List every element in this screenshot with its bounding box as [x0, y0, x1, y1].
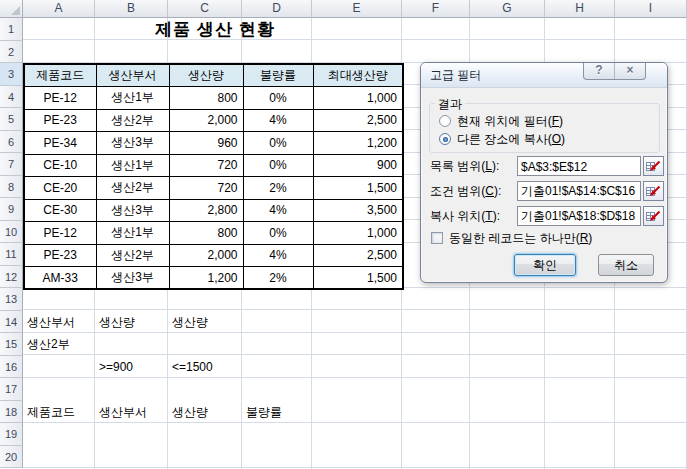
- cancel-button[interactable]: 취소: [598, 254, 654, 276]
- cell-D10[interactable]: 0%: [243, 222, 313, 245]
- row-header-11[interactable]: 11: [0, 243, 23, 266]
- row-header-12[interactable]: 12: [0, 266, 23, 289]
- row-header-10[interactable]: 10: [0, 221, 23, 244]
- row-header-14[interactable]: 14: [0, 311, 23, 334]
- row-header-9[interactable]: 9: [0, 198, 23, 221]
- cell-A8[interactable]: CE-20: [24, 177, 96, 200]
- cell-C3[interactable]: 생산량: [169, 64, 243, 87]
- cell-A12[interactable]: AM-33: [24, 267, 96, 290]
- cell-D11[interactable]: 4%: [243, 244, 313, 267]
- row-header-19[interactable]: 19: [0, 423, 23, 446]
- ok-button[interactable]: 확인: [514, 254, 576, 276]
- cell-B5[interactable]: 생산2부: [96, 109, 169, 132]
- cell-C14[interactable]: 생산량: [172, 311, 208, 334]
- cell-A14[interactable]: 생산부서: [27, 311, 75, 334]
- cell-E9[interactable]: 3,500: [313, 199, 403, 222]
- cell-A11[interactable]: PE-23: [24, 244, 96, 267]
- cell-C11[interactable]: 2,000: [169, 244, 243, 267]
- cell-B18[interactable]: 생산부서: [99, 401, 147, 424]
- cell-C10[interactable]: 800: [169, 222, 243, 245]
- row-header-17[interactable]: 17: [0, 378, 23, 401]
- row-header-18[interactable]: 18: [0, 401, 23, 424]
- row-header-15[interactable]: 15: [0, 333, 23, 356]
- row-header-13[interactable]: 13: [0, 288, 23, 311]
- row-header-7[interactable]: 7: [0, 153, 23, 176]
- cell-C16[interactable]: <=1500: [172, 356, 213, 379]
- sheet-title-cell[interactable]: 제품 생산 현황: [105, 17, 325, 42]
- radio-filter-in-place[interactable]: 현재 위치에 필터(F): [439, 114, 563, 128]
- cell-E4[interactable]: 1,000: [313, 87, 403, 110]
- cell-E8[interactable]: 1,500: [313, 177, 403, 200]
- radio-copy-to-other-location[interactable]: 다른 장소에 복사(O): [439, 132, 565, 146]
- cell-B16[interactable]: >=900: [99, 356, 133, 379]
- column-header-D[interactable]: D: [242, 0, 312, 18]
- criteria-range-input[interactable]: [517, 181, 641, 201]
- close-button[interactable]: ×: [614, 63, 645, 79]
- row-header-4[interactable]: 4: [0, 86, 23, 109]
- cell-C5[interactable]: 2,000: [169, 109, 243, 132]
- cell-C9[interactable]: 2,800: [169, 199, 243, 222]
- cell-D7[interactable]: 0%: [243, 154, 313, 177]
- cell-C6[interactable]: 960: [169, 132, 243, 155]
- row-header-1[interactable]: 1: [0, 18, 23, 41]
- cell-E5[interactable]: 2,500: [313, 109, 403, 132]
- cell-A10[interactable]: PE-12: [24, 222, 96, 245]
- cell-E11[interactable]: 2,500: [313, 244, 403, 267]
- cell-D3[interactable]: 불량률: [243, 64, 313, 87]
- cell-C7[interactable]: 720: [169, 154, 243, 177]
- cell-D8[interactable]: 2%: [243, 177, 313, 200]
- criteria-range-picker-button[interactable]: [643, 181, 664, 201]
- copy-to-picker-button[interactable]: [643, 206, 664, 226]
- select-all-button[interactable]: [0, 0, 23, 18]
- list-range-picker-button[interactable]: [643, 156, 664, 176]
- cell-A7[interactable]: CE-10: [24, 154, 96, 177]
- row-header-6[interactable]: 6: [0, 131, 23, 154]
- row-header-20[interactable]: 20: [0, 446, 23, 469]
- row-header-8[interactable]: 8: [0, 176, 23, 199]
- cell-D4[interactable]: 0%: [243, 87, 313, 110]
- row-header-3[interactable]: 3: [0, 63, 23, 86]
- cell-A5[interactable]: PE-23: [24, 109, 96, 132]
- cell-B3[interactable]: 생산부서: [96, 64, 169, 87]
- column-header-E[interactable]: E: [312, 0, 402, 18]
- column-header-G[interactable]: G: [470, 0, 545, 18]
- row-header-5[interactable]: 5: [0, 108, 23, 131]
- cell-B11[interactable]: 생산2부: [96, 244, 169, 267]
- cell-B7[interactable]: 생산1부: [96, 154, 169, 177]
- cell-C18[interactable]: 생산량: [172, 401, 208, 424]
- cell-A4[interactable]: PE-12: [24, 87, 96, 110]
- row-header-16[interactable]: 16: [0, 356, 23, 379]
- cell-E12[interactable]: 1,500: [313, 267, 403, 290]
- cell-C12[interactable]: 1,200: [169, 267, 243, 290]
- list-range-input[interactable]: [517, 156, 641, 176]
- cell-D5[interactable]: 4%: [243, 109, 313, 132]
- cell-E7[interactable]: 900: [313, 154, 403, 177]
- cell-E6[interactable]: 1,200: [313, 132, 403, 155]
- cell-B10[interactable]: 생산1부: [96, 222, 169, 245]
- cell-D6[interactable]: 0%: [243, 132, 313, 155]
- cell-B8[interactable]: 생산2부: [96, 177, 169, 200]
- cell-E10[interactable]: 1,000: [313, 222, 403, 245]
- cell-A15[interactable]: 생산2부: [27, 333, 70, 356]
- cell-A6[interactable]: PE-34: [24, 132, 96, 155]
- column-header-H[interactable]: H: [545, 0, 615, 18]
- cell-D9[interactable]: 4%: [243, 199, 313, 222]
- cell-D18[interactable]: 불량률: [246, 401, 282, 424]
- column-header-F[interactable]: F: [402, 0, 470, 18]
- column-header-I[interactable]: I: [615, 0, 687, 18]
- cell-A9[interactable]: CE-30: [24, 199, 96, 222]
- copy-to-input[interactable]: [517, 206, 641, 226]
- cell-B14[interactable]: 생산량: [99, 311, 135, 334]
- cell-D12[interactable]: 2%: [243, 267, 313, 290]
- unique-records-checkbox-row[interactable]: 동일한 레코드는 하나만(R): [431, 231, 592, 245]
- cell-A3[interactable]: 제품코드: [24, 64, 96, 87]
- cell-B4[interactable]: 생산1부: [96, 87, 169, 110]
- column-header-B[interactable]: B: [95, 0, 168, 18]
- column-header-A[interactable]: A: [23, 0, 95, 18]
- column-header-C[interactable]: C: [168, 0, 242, 18]
- cell-B9[interactable]: 생산3부: [96, 199, 169, 222]
- cell-C8[interactable]: 720: [169, 177, 243, 200]
- row-header-2[interactable]: 2: [0, 41, 23, 64]
- cell-C4[interactable]: 800: [169, 87, 243, 110]
- cell-B12[interactable]: 생산3부: [96, 267, 169, 290]
